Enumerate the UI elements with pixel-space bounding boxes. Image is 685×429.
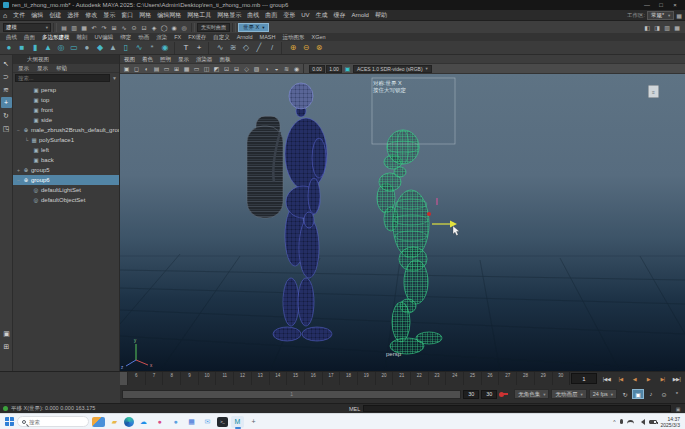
- poly-platonic-icon[interactable]: ◆: [94, 42, 106, 54]
- start-button[interactable]: [5, 417, 14, 426]
- poly-cylinder-icon[interactable]: ▮: [29, 42, 41, 54]
- frame-tick[interactable]: 9: [180, 372, 198, 385]
- outliner-item[interactable]: ▣ back: [13, 155, 119, 165]
- time-slider[interactable]: 6789101112131415161718192021222324252627…: [120, 371, 685, 385]
- onedrive-icon[interactable]: ☁: [137, 416, 150, 428]
- menu-item[interactable]: 网格显示: [214, 11, 244, 20]
- shelf-tab[interactable]: 渲染: [156, 33, 167, 41]
- mail-icon[interactable]: ✉: [201, 416, 214, 428]
- undo-icon[interactable]: ↶: [89, 22, 99, 32]
- outliner-item[interactable]: + ⊕ group5: [13, 165, 119, 175]
- frame-tick[interactable]: 17: [322, 372, 340, 385]
- snap-to-curve-icon[interactable]: ∿: [119, 22, 129, 32]
- audio-icon[interactable]: ♪: [645, 389, 657, 399]
- select-object-icon[interactable]: ◉: [169, 22, 179, 32]
- expand-toggle[interactable]: −: [15, 127, 22, 133]
- search-app-icon[interactable]: ●: [169, 416, 182, 428]
- menu-item[interactable]: 创建: [46, 11, 64, 20]
- grid-toggle-icon[interactable]: ▦: [182, 64, 191, 73]
- menu-item[interactable]: 变形: [280, 11, 298, 20]
- poly-cone-icon[interactable]: ▲: [42, 42, 54, 54]
- bookmarks-icon[interactable]: ▤: [152, 64, 161, 73]
- viewport-menu-item[interactable]: 照明: [160, 56, 171, 63]
- poly-disc-icon[interactable]: ●: [81, 42, 93, 54]
- playback-end-field[interactable]: 30: [463, 390, 479, 399]
- poly-helix-icon[interactable]: ∿: [133, 42, 145, 54]
- expand-toggle[interactable]: +: [15, 167, 22, 173]
- frame-tick[interactable]: 30: [552, 372, 570, 385]
- frame-tick[interactable]: 23: [428, 372, 446, 385]
- playback-speed-icon[interactable]: ⊙: [658, 389, 670, 399]
- lighting-icon[interactable]: ◑: [262, 64, 271, 73]
- boolean-difference-icon[interactable]: ⊖: [300, 42, 312, 54]
- shelf-tab[interactable]: 绑定: [120, 33, 131, 41]
- outliner-item[interactable]: ▣ front: [13, 105, 119, 115]
- expand-toggle[interactable]: └: [23, 137, 30, 143]
- viewport-menu-item[interactable]: 面板: [220, 56, 231, 63]
- boolean-intersect-icon[interactable]: ⊗: [313, 42, 325, 54]
- frame-tick[interactable]: 8: [162, 372, 180, 385]
- workspace-selector[interactable]: 常规* ▾: [647, 11, 674, 20]
- outliner-menu-item[interactable]: 帮助: [56, 65, 67, 72]
- tray-chevron-up-icon[interactable]: ^: [613, 419, 615, 425]
- save-scene-icon[interactable]: ▦: [79, 22, 89, 32]
- menu-item[interactable]: 编辑: [28, 11, 46, 20]
- outliner-item[interactable]: ▣ persp: [13, 85, 119, 95]
- file-explorer-icon[interactable]: ▰: [108, 416, 121, 428]
- frame-tick[interactable]: 14: [269, 372, 287, 385]
- edge-browser-icon[interactable]: [124, 417, 134, 427]
- poly-soccer-icon[interactable]: ◉: [159, 42, 171, 54]
- manipulator-center-handle[interactable]: [427, 212, 431, 216]
- shelf-tab[interactable]: FX缓存: [188, 33, 206, 41]
- menu-item[interactable]: 曲线: [244, 11, 262, 20]
- play-backwards-button[interactable]: ◀: [628, 373, 641, 384]
- frame-tick[interactable]: 19: [357, 372, 375, 385]
- shelf-tab[interactable]: UV编辑: [95, 33, 114, 41]
- viewport-menu-item[interactable]: 显示: [178, 56, 189, 63]
- textured-icon[interactable]: ▨: [252, 64, 261, 73]
- poly-cube-icon[interactable]: ■: [16, 42, 28, 54]
- frame-tick[interactable]: 24: [445, 372, 463, 385]
- shelf-tab[interactable]: 雕刻: [77, 33, 88, 41]
- frame-tick[interactable]: 18: [339, 372, 357, 385]
- cached-playback-toggle[interactable]: ▣: [632, 389, 644, 399]
- animation-end-field[interactable]: 30: [481, 390, 497, 399]
- outliner-item[interactable]: ◎ defaultObjectSet: [13, 195, 119, 205]
- resolution-gate-icon[interactable]: ◫: [202, 64, 211, 73]
- select-tool[interactable]: ↖: [1, 58, 12, 69]
- select-component-icon[interactable]: ◎: [179, 22, 189, 32]
- lasso-tool[interactable]: ⊃: [1, 71, 12, 82]
- menu-item[interactable]: 曲面: [262, 11, 280, 20]
- close-button[interactable]: ×: [668, 0, 682, 10]
- outliner-search-input[interactable]: [18, 75, 107, 81]
- menu-item[interactable]: 修改: [82, 11, 100, 20]
- outliner-item[interactable]: ▣ top: [13, 95, 119, 105]
- outliner-search-box[interactable]: [15, 74, 110, 82]
- select-hierarchy-icon[interactable]: ◯: [159, 22, 169, 32]
- maximize-button[interactable]: □: [654, 0, 668, 10]
- open-scene-icon[interactable]: ▥: [69, 22, 79, 32]
- outliner-menu-item[interactable]: 显示: [37, 65, 48, 72]
- viewport-menu-item[interactable]: 渲染器: [196, 56, 213, 63]
- widgets-weather-icon[interactable]: [92, 417, 105, 427]
- minimize-button[interactable]: —: [640, 0, 654, 10]
- move-tool[interactable]: +: [1, 97, 12, 108]
- outliner-menu-item[interactable]: 显示: [18, 65, 29, 72]
- 2d-pan-zoom-icon[interactable]: ⊞: [172, 64, 181, 73]
- viewport-3d-scene[interactable]: y x z: [120, 74, 685, 371]
- paint-app-icon[interactable]: ●: [153, 416, 166, 428]
- wireframe-shaded-icon[interactable]: ◇: [242, 64, 251, 73]
- safe-action-icon[interactable]: ⊡: [222, 64, 231, 73]
- mel-label[interactable]: MEL: [349, 406, 360, 412]
- four-pane-layout-button[interactable]: ⊞: [1, 341, 12, 352]
- shadows-icon[interactable]: ◒: [272, 64, 281, 73]
- frame-tick[interactable]: 26: [481, 372, 499, 385]
- poly-pipe-icon[interactable]: ▯: [120, 42, 132, 54]
- snip-tool-icon[interactable]: +: [247, 416, 260, 428]
- shelf-tab[interactable]: 曲面: [24, 33, 35, 41]
- viewport-canvas[interactable]: y x z 对称:世界 X 按住大写锁定 persp ≡: [120, 74, 685, 371]
- single-pane-layout-button[interactable]: ▣: [1, 328, 12, 339]
- backpack-mesh[interactable]: [247, 116, 283, 218]
- step-back-frame-button[interactable]: |◀: [614, 373, 627, 384]
- cv-curve-icon[interactable]: ∿: [214, 42, 226, 54]
